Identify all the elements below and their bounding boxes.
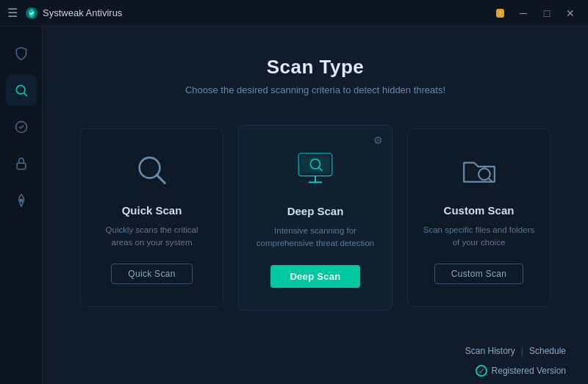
main-layout: Scan Type Choose the desired scanning cr…	[0, 26, 588, 384]
custom-scan-card: Custom Scan Scan specific files and fold…	[407, 128, 551, 308]
deep-scan-card: ⚙	[238, 125, 392, 311]
scan-history-link[interactable]: Scan History	[465, 346, 515, 356]
maximize-button[interactable]: □	[537, 5, 557, 21]
deep-scan-title: Deep Scan	[287, 205, 344, 217]
quick-scan-card: Quick Scan Quickly scans the critical ar…	[80, 128, 223, 308]
menu-icon[interactable]: ☰	[7, 6, 18, 20]
svg-point-5	[20, 199, 22, 201]
titlebar: ☰ Systweak Antivirus ! ─ □ ✕	[0, 0, 588, 26]
custom-scan-desc: Scan specific files and folders of your …	[423, 224, 535, 250]
svg-line-2	[24, 93, 26, 96]
quick-scan-button[interactable]: Quick Scan	[111, 264, 192, 284]
deep-scan-desc: Intensive scanning for comprehensive thr…	[254, 225, 377, 250]
notification-badge[interactable]: !	[496, 9, 504, 18]
deep-scan-icon	[294, 148, 337, 193]
sidebar-item-booster[interactable]	[6, 185, 37, 216]
footer-bottom: ✓ Registered Version	[43, 365, 588, 384]
quick-scan-desc: Quickly scans the critical areas on your…	[96, 224, 208, 250]
custom-scan-icon	[460, 151, 498, 192]
custom-scan-title: Custom Scan	[444, 204, 514, 217]
page-subtitle: Choose the desired scanning criteria to …	[185, 84, 445, 95]
sidebar-item-shield[interactable]	[6, 38, 37, 69]
quick-scan-icon	[133, 151, 171, 192]
scan-cards-container: Quick Scan Quickly scans the critical ar…	[72, 125, 559, 311]
minimize-button[interactable]: ─	[513, 5, 534, 21]
close-button[interactable]: ✕	[560, 5, 581, 21]
page-title: Scan Type	[267, 56, 365, 79]
footer-divider: |	[521, 346, 523, 356]
main-content: Scan Type Choose the desired scanning cr…	[43, 26, 588, 384]
content-area: Scan Type Choose the desired scanning cr…	[43, 26, 588, 337]
footer: Scan History | Schedule	[43, 337, 588, 365]
deep-scan-button[interactable]: Deep Scan	[270, 265, 359, 288]
custom-scan-button[interactable]: Custom Scan	[434, 264, 523, 284]
app-logo	[25, 7, 38, 20]
svg-rect-4	[17, 163, 26, 169]
settings-icon[interactable]: ⚙	[373, 134, 383, 146]
sidebar-item-scan[interactable]	[6, 75, 37, 106]
footer-links: Scan History | Schedule	[465, 346, 566, 356]
window-controls: ! ─ □ ✕	[496, 5, 581, 21]
registered-version: ✓ Registered Version	[476, 365, 566, 377]
sidebar-item-protection[interactable]	[6, 112, 37, 142]
registered-check-icon: ✓	[476, 365, 487, 377]
sidebar	[0, 26, 43, 384]
svg-line-7	[157, 175, 165, 183]
schedule-link[interactable]: Schedule	[529, 346, 566, 356]
app-title: Systweak Antivirus	[43, 7, 496, 18]
quick-scan-title: Quick Scan	[122, 204, 182, 217]
sidebar-item-security[interactable]	[6, 148, 37, 179]
registered-label: Registered Version	[492, 366, 566, 376]
